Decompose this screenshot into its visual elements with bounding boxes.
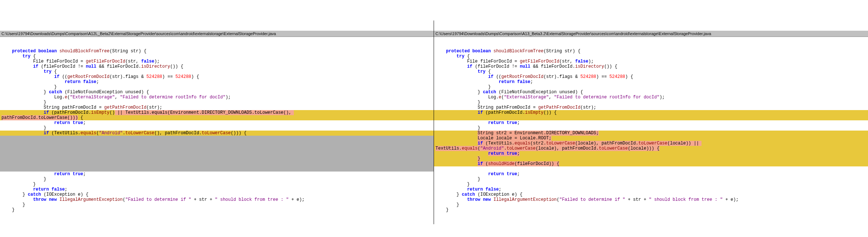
code-line[interactable]: return true; (0, 172, 434, 177)
code-line[interactable]: if (fileForDocId != null && fileForDocId… (0, 64, 434, 69)
code-line[interactable]: } (434, 202, 868, 207)
code-line[interactable]: File fileForDocId = getFileForDocId(str,… (434, 59, 868, 64)
code-line[interactable]: throw new IllegalArgumentException("Fail… (434, 197, 868, 202)
code-line[interactable]: if (fileForDocId != null && fileForDocId… (434, 64, 868, 69)
code-line[interactable]: String pathFromDocId = getPathFromDocId(… (434, 105, 868, 110)
code-line[interactable]: if (pathFromDocId.isEmpty() || TextUtils… (0, 110, 434, 115)
code-line[interactable]: } catch (FileNotFoundException unused) { (0, 90, 434, 95)
code-line[interactable] (0, 151, 434, 156)
code-line[interactable] (0, 141, 434, 146)
code-line[interactable]: Locale locale = Locale.ROOT; (434, 136, 868, 141)
code-line[interactable]: } (0, 202, 434, 207)
code-line[interactable] (0, 161, 434, 166)
code-line[interactable]: } (434, 177, 868, 182)
code-line[interactable]: return true; (434, 172, 868, 177)
code-line[interactable]: String str2 = Environment.DIRECTORY_DOWN… (434, 131, 868, 136)
left-code-area[interactable]: protected boolean shouldBlockFromTree(St… (0, 47, 434, 214)
code-line[interactable] (0, 136, 434, 141)
code-line[interactable]: TextUtils.equals("Android".toLowerCase(l… (434, 146, 868, 151)
code-line[interactable]: return true; (0, 120, 434, 125)
code-line[interactable]: if (pathFromDocId.isEmpty()) { (434, 110, 868, 115)
code-line[interactable]: } (434, 84, 868, 90)
code-line[interactable]: } catch (FileNotFoundException unused) { (434, 90, 868, 95)
code-line[interactable]: return false; (434, 187, 868, 192)
code-line[interactable] (0, 156, 434, 161)
left-pane: C:\Users\19794\Downloads\Dumps\Compariso… (0, 20, 434, 224)
code-line[interactable]: } (0, 84, 434, 90)
code-line[interactable]: if (TextUtils.equals("Android".toLowerCa… (0, 131, 434, 136)
code-line[interactable]: } (0, 100, 434, 105)
diff-container: C:\Users\19794\Downloads\Dumps\Compariso… (0, 20, 868, 224)
code-line[interactable]: String pathFromDocId = getPathFromDocId(… (0, 105, 434, 110)
right-file-path: C:\Users\19794\Downloads\Dumps\Compariso… (434, 31, 868, 37)
code-line[interactable]: } (0, 207, 434, 212)
code-line[interactable]: } (434, 207, 868, 212)
right-pane: C:\Users\19794\Downloads\Dumps\Compariso… (434, 20, 868, 224)
code-line[interactable]: } (0, 177, 434, 182)
code-line[interactable]: try { (434, 69, 868, 74)
code-line[interactable]: } catch (IOException e) { (434, 192, 868, 197)
code-line[interactable]: return true; (434, 120, 868, 125)
code-line[interactable] (434, 166, 868, 172)
code-line[interactable]: } (434, 100, 868, 105)
code-line[interactable]: } (434, 156, 868, 161)
code-line[interactable]: return false; (0, 79, 434, 84)
code-line[interactable] (0, 166, 434, 172)
code-line[interactable]: File fileForDocId = getFileForDocId(str,… (0, 59, 434, 64)
left-file-path: C:\Users\19794\Downloads\Dumps\Compariso… (0, 31, 434, 37)
code-line[interactable]: pathFromDocId.toLowerCase())) { (0, 115, 434, 120)
code-line[interactable]: } (0, 182, 434, 187)
code-line[interactable]: } (0, 125, 434, 131)
code-line[interactable]: return false; (434, 79, 868, 84)
code-line[interactable]: return true; (434, 151, 868, 156)
code-line[interactable]: if ((getRootFromDocId(str).flags & 52428… (434, 74, 868, 79)
code-line[interactable]: if (shouldHide(fileForDocId)) { (434, 161, 868, 166)
code-line[interactable]: if ((getRootFromDocId(str).flags & 52428… (0, 74, 434, 79)
code-line[interactable]: } (434, 125, 868, 131)
code-line[interactable]: try { (434, 54, 868, 59)
code-line[interactable] (434, 115, 868, 120)
right-code-area[interactable]: protected boolean shouldBlockFromTree(St… (434, 47, 868, 214)
code-line[interactable]: } (434, 182, 868, 187)
code-line[interactable]: protected boolean shouldBlockFromTree(St… (0, 49, 434, 54)
code-line[interactable]: Log.e("ExternalStorage", "Failed to dete… (0, 95, 434, 100)
code-line[interactable]: protected boolean shouldBlockFromTree(St… (434, 49, 868, 54)
code-line[interactable]: if (TextUtils.equals(str2.toLowerCase(lo… (434, 141, 868, 146)
code-line[interactable]: return false; (0, 187, 434, 192)
code-line[interactable]: Log.e("ExternalStorage", "Failed to dete… (434, 95, 868, 100)
code-line[interactable]: try { (0, 69, 434, 74)
code-line[interactable]: throw new IllegalArgumentException("Fail… (0, 197, 434, 202)
code-line[interactable]: try { (0, 54, 434, 59)
code-line[interactable]: } catch (IOException e) { (0, 192, 434, 197)
code-line[interactable] (0, 146, 434, 151)
